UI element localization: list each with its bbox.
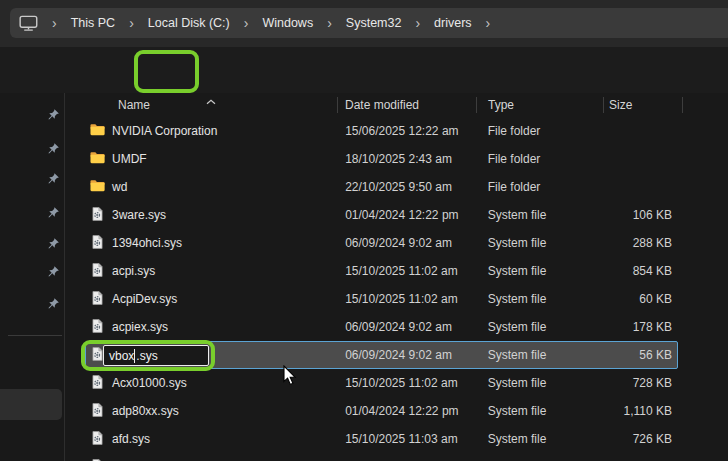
date-modified-cell: 15/10/2025 11:02 am [337,376,476,390]
table-row[interactable]: UMDF 18/10/2025 2:43 am File folder [85,145,678,173]
breadcrumb-chevron-icon[interactable]: › [415,16,420,30]
file-name: 1394ohci.sys [112,236,182,250]
table-row[interactable]: AcpiDev.sys 15/10/2025 11:02 am System f… [85,285,678,313]
type-cell: File folder [476,124,603,138]
file-explorer-window: ›This PC›Local Disk (C:)›Windows›System3… [0,0,728,461]
date-modified-cell: 18/10/2025 2:43 am [337,152,476,166]
breadcrumb-chevron-icon[interactable]: › [244,16,249,30]
system-file-icon [92,263,103,280]
pin-icon[interactable] [47,205,60,223]
navigation-pane [0,93,64,461]
folder-icon [90,179,105,195]
date-modified-cell: 15/06/2025 12:22 am [337,124,476,138]
rename-input[interactable]: vbox .sys [103,345,209,366]
rename-text-after-cursor: .sys [136,349,157,363]
pin-icon[interactable] [47,141,60,159]
breadcrumb-item[interactable]: This PC [69,16,117,30]
type-cell: System file [476,404,603,418]
size-cell: 56 KB [602,348,677,362]
pin-icon[interactable] [47,107,60,125]
file-name-cell: UMDF [86,151,337,167]
folder-icon [90,123,105,139]
column-header-date-modified[interactable]: Date modified [345,93,419,117]
type-cell: System file [476,292,603,306]
file-name-cell: 3ware.sys [86,207,337,224]
pin-icon[interactable] [47,296,60,314]
file-name-cell: 1394ohci.sys [86,235,337,252]
size-cell: 106 KB [602,208,677,222]
type-cell: System file [476,320,603,334]
header-separator[interactable] [603,97,604,113]
type-cell: System file [476,264,603,278]
column-headers: Name Date modified Type Size [72,93,728,117]
pin-icon[interactable] [47,171,60,189]
table-row[interactable]: acpiex.sys 06/09/2024 9:02 am System fil… [85,313,678,341]
date-modified-cell: 01/04/2024 12:22 pm [337,208,476,222]
pin-icon[interactable] [47,236,60,254]
table-row[interactable]: 3ware.sys 01/04/2024 12:22 pm System fil… [85,201,678,229]
header-separator[interactable] [476,97,477,113]
size-cell: 726 KB [602,432,677,446]
table-row[interactable]: adp80xx.sys 01/04/2024 12:22 pm System f… [85,397,678,425]
system-file-icon [92,431,103,448]
column-header-name[interactable]: Name [118,93,150,117]
table-row[interactable]: afd.sys 15/10/2025 11:03 am System file … [85,425,678,453]
table-row[interactable]: acpi.sys 15/10/2025 11:02 am System file… [85,257,678,285]
breadcrumb-chevron-icon[interactable]: › [327,16,332,30]
column-header-type[interactable]: Type [488,93,514,117]
file-name: NVIDIA Corporation [112,124,217,138]
file-name: afd.sys [112,432,150,446]
breadcrumb-item[interactable]: Local Disk (C:) [146,16,232,30]
file-name-cell: Acx01000.sys [86,375,337,392]
file-name-cell: wd [86,179,337,195]
date-modified-cell: 15/10/2025 11:02 am [337,264,476,278]
breadcrumb-item[interactable]: System32 [344,16,404,30]
breadcrumb-item[interactable]: Windows [260,16,315,30]
file-list-pane: Name Date modified Type Size [72,93,728,461]
breadcrumb[interactable]: ›This PC›Local Disk (C:)›Windows›System3… [10,8,728,38]
breadcrumb-item[interactable]: drivers [432,16,474,30]
rename-text-before-cursor: vbox [109,349,134,363]
date-modified-cell: 06/09/2024 9:02 am [337,348,476,362]
type-cell: File folder [476,180,603,194]
pane-separator[interactable] [64,93,65,461]
type-cell: System file [476,376,603,390]
type-cell: System file [476,432,603,446]
file-name: AcpiDev.sys [112,292,177,306]
size-cell: 728 KB [602,376,677,390]
system-file-icon [92,291,103,308]
file-name-cell: AcpiDev.sys [86,291,337,308]
date-modified-cell: 06/09/2024 9:02 am [337,236,476,250]
file-name: acpi.sys [112,264,155,278]
column-header-size[interactable]: Size [609,93,632,117]
breadcrumb-chevron-icon[interactable]: › [52,16,57,30]
breadcrumb-chevron-icon[interactable]: › [129,16,134,30]
size-cell: 178 KB [602,320,677,334]
size-cell: 288 KB [602,236,677,250]
table-row[interactable] [85,453,678,461]
file-name-cell: adp80xx.sys [86,403,337,420]
nav-selected-item[interactable] [0,389,62,420]
table-row[interactable]: NVIDIA Corporation 15/06/2025 12:22 am F… [85,117,678,145]
table-row[interactable]: 1394ohci.sys 06/09/2024 9:02 am System f… [85,229,678,257]
table-row[interactable]: Acx01000.sys 15/10/2025 11:02 am System … [85,369,678,397]
header-separator[interactable] [337,97,338,113]
header-separator[interactable] [682,97,683,113]
system-file-icon [92,375,103,392]
type-cell: System file [476,348,603,362]
size-cell: 60 KB [602,292,677,306]
mouse-cursor [283,365,297,390]
pin-icon[interactable] [47,264,60,282]
breadcrumb-chevron-icon[interactable]: › [486,16,491,30]
file-name: Acx01000.sys [112,376,187,390]
table-row[interactable]: wd 22/10/2025 9:50 am File folder [85,173,678,201]
title-bar: ›This PC›Local Disk (C:)›Windows›System3… [0,0,728,47]
size-cell: 854 KB [602,264,677,278]
date-modified-cell: 06/09/2024 9:02 am [337,320,476,334]
size-cell: 1,110 KB [602,404,677,418]
date-modified-cell: 01/04/2024 12:22 pm [337,404,476,418]
text-cursor [134,349,135,363]
system-file-icon [92,347,103,364]
file-name-cell: afd.sys [86,431,337,448]
type-cell: File folder [476,152,603,166]
